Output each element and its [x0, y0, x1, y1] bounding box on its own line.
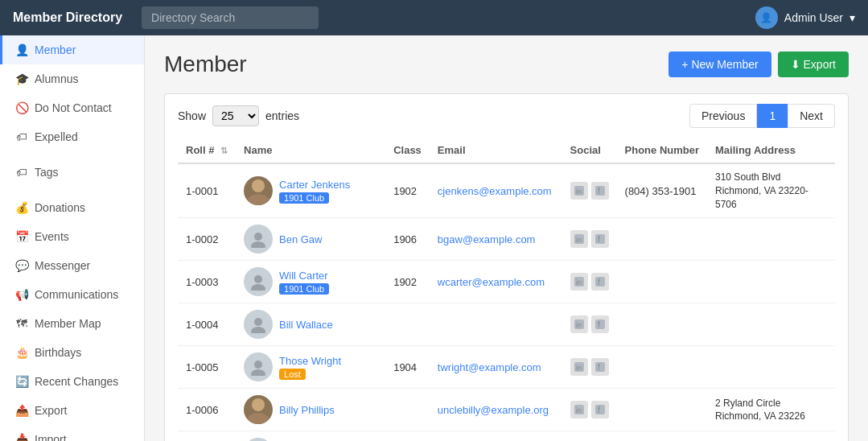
linkedin-icon[interactable]: in: [570, 401, 588, 418]
sidebar-item-donations[interactable]: 💰 Donations: [0, 193, 144, 222]
col-roll[interactable]: Roll # ⇅: [178, 138, 236, 163]
sort-icon: ⇅: [220, 146, 228, 155]
sidebar-item-label: Expelled: [35, 130, 78, 143]
avatar: 👤: [755, 6, 778, 29]
sidebar-item-recent-changes[interactable]: 🔄 Recent Changes: [0, 367, 144, 396]
col-address: Mailing Address: [707, 138, 835, 163]
linkedin-icon[interactable]: in: [570, 358, 588, 376]
linkedin-icon[interactable]: in: [570, 273, 588, 291]
cell-name: Those WrightLost: [236, 346, 385, 389]
email-link[interactable]: unclebilly@example.org: [438, 404, 549, 416]
cell-roll: 1-0004: [178, 303, 236, 346]
sidebar-item-label: Communications: [35, 288, 118, 301]
cell-address: [707, 218, 835, 261]
sidebar-item-communications[interactable]: 📢 Communications: [0, 280, 144, 309]
sidebar-item-expelled[interactable]: 🏷 Expelled: [0, 122, 144, 151]
cell-email: unclebilly@example.org: [430, 389, 562, 431]
member-name-link[interactable]: Will Carter: [279, 270, 329, 282]
member-icon: 👤: [15, 43, 28, 56]
col-email[interactable]: Email: [430, 138, 562, 163]
member-name-link[interactable]: Bill Wallace: [279, 319, 333, 331]
entries-label: entries: [265, 109, 299, 122]
new-member-button[interactable]: + New Member: [668, 52, 771, 77]
do-not-contact-icon: 🚫: [15, 101, 28, 114]
cell-class: 1902: [385, 163, 430, 218]
page-1-button[interactable]: 1: [757, 104, 788, 128]
sidebar-item-label: Birthdays: [35, 346, 81, 359]
member-name-link[interactable]: Those Wright: [279, 355, 341, 367]
sidebar-item-member[interactable]: 👤 Member: [0, 35, 144, 64]
table-header-row: Roll # ⇅ Name Class Email Social Phone N…: [178, 138, 835, 163]
next-button[interactable]: Next: [788, 104, 835, 128]
facebook-icon[interactable]: f: [591, 401, 609, 418]
table-row: 1-0001Carter Jenkens1901 Club1902cjenken…: [178, 163, 835, 218]
entries-select[interactable]: 10 25 50 100: [212, 105, 259, 126]
cell-address: [707, 261, 835, 303]
sidebar-item-alumnus[interactable]: 🎓 Alumnus: [0, 64, 144, 93]
cell-social: inf: [562, 346, 617, 389]
sidebar-item-messenger[interactable]: 💬 Messenger: [0, 251, 144, 280]
show-label: Show: [178, 109, 206, 122]
sidebar-item-member-map[interactable]: 🗺 Member Map: [0, 309, 144, 338]
cell-social: inf: [562, 163, 617, 218]
avatar: [244, 438, 273, 441]
svg-text:in: in: [576, 278, 582, 286]
facebook-icon[interactable]: f: [591, 230, 609, 248]
email-link[interactable]: bgaw@example.com: [438, 233, 536, 245]
cell-name: Billy Phillips: [236, 389, 385, 431]
cell-phone: (804) 353-1901: [617, 163, 707, 218]
linkedin-icon[interactable]: in: [570, 230, 588, 248]
svg-text:f: f: [598, 406, 600, 414]
email-link[interactable]: cjenkens@example.com: [438, 185, 552, 197]
cell-phone: [617, 303, 707, 346]
cell-phone: [617, 346, 707, 389]
cell-email: wcarter@example.com: [430, 261, 562, 303]
col-class[interactable]: Class: [385, 138, 430, 163]
member-name-link[interactable]: Billy Phillips: [279, 404, 335, 416]
cell-social: inf: [562, 431, 617, 441]
cell-social: inf: [562, 389, 617, 431]
user-menu[interactable]: 👤 Admin User ▾: [755, 6, 855, 29]
cell-email: twright@example.com: [430, 346, 562, 389]
sidebar-item-label: Recent Changes: [35, 375, 118, 388]
facebook-icon[interactable]: f: [591, 358, 609, 376]
layout: 👤 Member 🎓 Alumnus 🚫 Do Not Contact 🏷 Ex…: [0, 35, 868, 441]
avatar: [244, 176, 273, 205]
email-link[interactable]: twright@example.com: [438, 361, 541, 373]
col-name[interactable]: Name: [236, 138, 385, 163]
facebook-icon[interactable]: f: [591, 273, 609, 291]
col-phone[interactable]: Phone Number: [617, 138, 707, 163]
export-button[interactable]: ⬇ Export: [778, 52, 849, 77]
sidebar-item-tags[interactable]: 🏷 Tags: [0, 158, 144, 187]
svg-point-6: [254, 233, 262, 241]
cell-name: Ben Gaw: [236, 218, 385, 261]
app-title: Member Directory: [13, 10, 122, 25]
linkedin-icon[interactable]: in: [570, 182, 588, 200]
main-content: Member + New Member ⬇ Export Show 10 25 …: [145, 35, 868, 441]
avatar: [244, 395, 273, 424]
svg-rect-34: [595, 405, 605, 414]
member-name-link[interactable]: Ben Gaw: [279, 233, 322, 245]
svg-text:in: in: [576, 236, 582, 244]
sidebar-item-birthdays[interactable]: 🎂 Birthdays: [0, 338, 144, 367]
facebook-icon[interactable]: f: [591, 182, 609, 200]
search-container: [142, 6, 736, 29]
linkedin-icon[interactable]: in: [570, 315, 588, 333]
search-input[interactable]: [142, 6, 319, 29]
cell-email: rowens@example.com: [430, 431, 562, 441]
col-social: Social: [562, 138, 617, 163]
svg-point-18: [254, 318, 262, 326]
email-link[interactable]: wcarter@example.com: [438, 276, 545, 288]
sidebar-item-do-not-contact[interactable]: 🚫 Do Not Contact: [0, 93, 144, 122]
member-name-link[interactable]: Carter Jenkens: [279, 179, 350, 191]
tags-icon: 🏷: [15, 166, 28, 179]
sidebar-item-events[interactable]: 📅 Events: [0, 222, 144, 251]
facebook-icon[interactable]: f: [591, 315, 609, 333]
previous-button[interactable]: Previous: [689, 104, 757, 128]
svg-point-1: [247, 194, 269, 205]
svg-point-25: [251, 369, 265, 376]
sidebar-item-export[interactable]: 📤 Export: [0, 396, 144, 425]
sidebar-item-import[interactable]: 📥 Import: [0, 425, 144, 441]
cell-email: [430, 303, 562, 346]
svg-point-12: [254, 275, 262, 283]
